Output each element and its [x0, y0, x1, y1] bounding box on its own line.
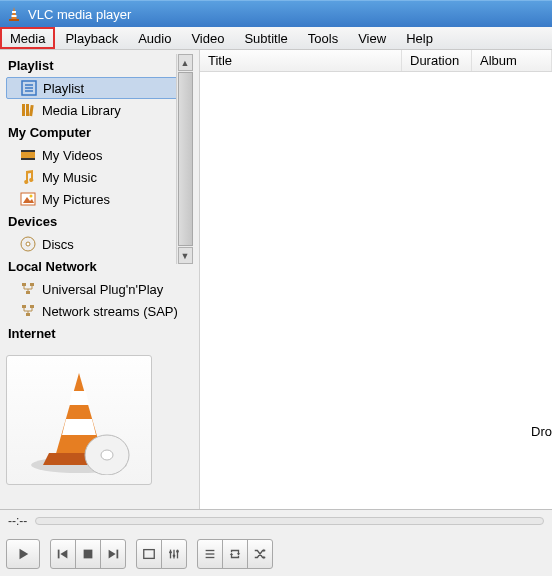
sidebar-item-sap[interactable]: Network streams (SAP)	[6, 300, 193, 322]
controls-row	[0, 532, 552, 576]
transport-group	[50, 539, 126, 569]
menu-playback-label: Playback	[65, 31, 118, 46]
svg-marker-32	[20, 549, 29, 560]
sidebar-item-media-library[interactable]: Media Library	[6, 99, 193, 121]
column-duration[interactable]: Duration	[402, 50, 472, 71]
video-icon	[20, 147, 36, 163]
svg-rect-8	[22, 104, 25, 116]
menu-view-label: View	[358, 31, 386, 46]
svg-rect-35	[84, 550, 93, 559]
menu-view[interactable]: View	[348, 27, 396, 49]
sidebar-scrollbar[interactable]: ▲ ▼	[176, 54, 193, 264]
svg-rect-38	[144, 550, 155, 559]
stop-button[interactable]	[75, 539, 101, 569]
loop-icon	[228, 547, 242, 561]
fullscreen-icon	[142, 547, 156, 561]
menu-tools-label: Tools	[308, 31, 338, 46]
list-group	[197, 539, 273, 569]
shuffle-button[interactable]	[247, 539, 273, 569]
network-icon	[20, 281, 36, 297]
vlc-cone-icon	[6, 6, 22, 22]
svg-marker-28	[62, 419, 96, 435]
group-mycomputer-header: My Computer	[6, 121, 193, 144]
vlc-cone-large-icon	[19, 365, 139, 475]
sidebar-item-upnp[interactable]: Universal Plug'n'Play	[6, 278, 193, 300]
seek-slider[interactable]	[35, 517, 544, 525]
menu-audio[interactable]: Audio	[128, 27, 181, 49]
bottom-controls: --:--	[0, 509, 552, 576]
sidebar-item-my-pictures[interactable]: My Pictures	[6, 188, 193, 210]
sidebar-item-label: Network streams (SAP)	[42, 304, 178, 319]
play-button[interactable]	[6, 539, 40, 569]
column-headers: Title Duration Album	[200, 50, 552, 72]
playlist-toggle-button[interactable]	[197, 539, 223, 569]
svg-point-42	[169, 551, 172, 554]
svg-rect-33	[58, 550, 60, 559]
elapsed-time[interactable]: --:--	[8, 514, 27, 528]
scroll-up-icon[interactable]: ▲	[178, 54, 193, 71]
svg-rect-21	[26, 291, 30, 294]
svg-rect-37	[117, 550, 119, 559]
menu-playback[interactable]: Playback	[55, 27, 128, 49]
menu-media[interactable]: Media	[0, 27, 55, 49]
column-title-label: Title	[208, 53, 232, 68]
svg-rect-19	[22, 283, 26, 286]
content-area: Playlist Playlist Media Library My Compu…	[0, 50, 552, 509]
equalizer-icon	[167, 547, 181, 561]
previous-icon	[56, 547, 70, 561]
playlist-icon	[21, 80, 37, 96]
svg-point-31	[101, 450, 113, 460]
menu-help[interactable]: Help	[396, 27, 443, 49]
drop-hint-text: Dro	[531, 424, 552, 439]
svg-point-16	[30, 195, 33, 198]
group-internet-header: Internet	[6, 322, 193, 345]
svg-rect-1	[12, 11, 16, 13]
group-playlist-header: Playlist	[6, 54, 193, 77]
svg-rect-20	[30, 283, 34, 286]
svg-marker-48	[237, 553, 241, 555]
svg-marker-36	[109, 550, 116, 559]
menu-audio-label: Audio	[138, 31, 171, 46]
menu-tools[interactable]: Tools	[298, 27, 348, 49]
previous-button[interactable]	[50, 539, 76, 569]
svg-rect-23	[30, 305, 34, 308]
sidebar-item-label: My Pictures	[42, 192, 110, 207]
svg-marker-50	[264, 549, 266, 553]
sidebar-item-my-music[interactable]: My Music	[6, 166, 193, 188]
svg-rect-2	[12, 15, 17, 17]
svg-rect-3	[9, 19, 19, 21]
playlist-view: Title Duration Album Dro	[199, 50, 552, 509]
menu-video-label: Video	[191, 31, 224, 46]
extended-settings-button[interactable]	[161, 539, 187, 569]
play-icon	[16, 547, 30, 561]
sidebar-item-my-videos[interactable]: My Videos	[6, 144, 193, 166]
menu-subtitle[interactable]: Subtitle	[234, 27, 297, 49]
svg-marker-27	[69, 391, 89, 405]
sidebar-item-label: Playlist	[43, 81, 84, 96]
svg-point-18	[26, 242, 30, 246]
svg-rect-24	[26, 313, 30, 316]
sidebar-item-label: My Videos	[42, 148, 102, 163]
loop-button[interactable]	[222, 539, 248, 569]
menu-video[interactable]: Video	[181, 27, 234, 49]
window-title: VLC media player	[28, 7, 131, 22]
sidebar-item-discs[interactable]: Discs	[6, 233, 193, 255]
view-group	[136, 539, 187, 569]
scroll-down-icon[interactable]: ▼	[178, 247, 193, 264]
svg-marker-34	[60, 550, 67, 559]
svg-marker-49	[230, 553, 234, 555]
playlist-body[interactable]: Dro	[200, 72, 552, 509]
menu-media-label: Media	[10, 31, 45, 46]
sidebar-item-playlist[interactable]: Playlist	[6, 77, 187, 99]
svg-rect-22	[22, 305, 26, 308]
next-icon	[106, 547, 120, 561]
shuffle-icon	[253, 547, 267, 561]
svg-rect-10	[29, 105, 34, 116]
window-titlebar: VLC media player	[0, 0, 552, 27]
scroll-thumb[interactable]	[178, 72, 193, 246]
picture-icon	[20, 191, 36, 207]
column-album[interactable]: Album	[472, 50, 552, 71]
next-button[interactable]	[100, 539, 126, 569]
fullscreen-button[interactable]	[136, 539, 162, 569]
column-title[interactable]: Title	[200, 50, 402, 71]
